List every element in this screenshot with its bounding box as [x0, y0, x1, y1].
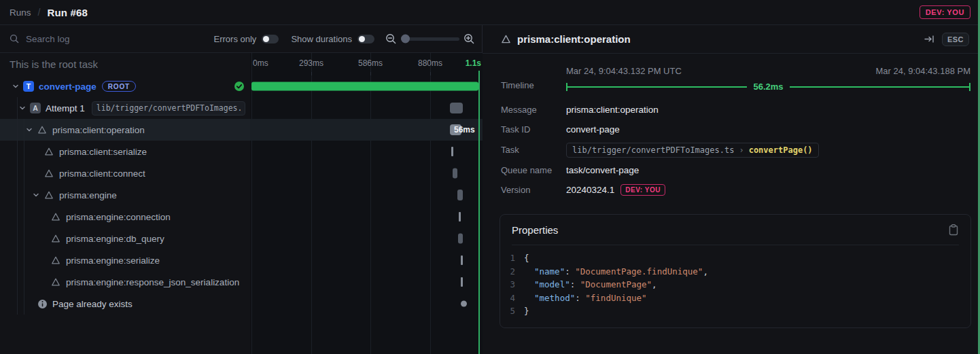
errors-only-label: Errors only	[214, 34, 257, 44]
timeline-dot-page-already-exists[interactable]	[461, 301, 467, 307]
timeline-bar-prisma-client-serialize[interactable]	[451, 147, 453, 156]
tree-row-prisma-engine-response-json-serialization[interactable]: prisma:engine:response_json_serializatio…	[0, 271, 250, 293]
search-icon	[10, 34, 19, 43]
timeline-lane-prisma-engine-connection	[250, 206, 483, 228]
field-value-queue-name: task/convert-page	[566, 160, 970, 180]
timeline-lane-prisma-client-serialize	[250, 141, 483, 162]
tick-label: 293ms	[299, 58, 323, 68]
tree-row-prisma-engine-db-query[interactable]: prisma:engine:db_query	[0, 228, 250, 249]
zoom-in-icon[interactable]	[463, 33, 475, 45]
span-duration-line: 56.2ms	[566, 82, 970, 91]
properties-title: Properties	[512, 224, 558, 236]
chevron-down-icon[interactable]	[11, 82, 20, 91]
timeline-lane-convert-page	[250, 75, 483, 97]
tree-row-prisma-engine-serialize[interactable]: prisma:engine:serialize	[0, 249, 250, 271]
log-toolbar: Errors only Show durations	[0, 25, 482, 53]
span-inspector-panel: prisma:client:operation ESC Timeline Mar…	[483, 25, 980, 354]
timeline-bar-prisma-engine-response-json-serialization[interactable]	[461, 277, 463, 287]
timeline-bar-attempt-1[interactable]	[450, 103, 463, 113]
tree-row-prisma-engine[interactable]: prisma:engine	[0, 184, 250, 206]
timeline-lane-page-already-exists	[250, 293, 483, 315]
timeline-bar-prisma-engine[interactable]	[457, 190, 463, 200]
span-label: prisma:engine:response_json_serializatio…	[66, 277, 239, 287]
field-value-task-id: convert-page	[566, 120, 970, 139]
breadcrumb-separator: /	[38, 7, 41, 18]
attempt-code-chip: lib/trigger/convertPDFToImages.	[92, 101, 245, 116]
version-env-badge: DEV: YOU	[620, 184, 665, 196]
show-durations-toggle[interactable]	[357, 35, 374, 43]
timeline-lane-prisma-engine-serialize	[250, 249, 483, 271]
span-timeline-widget: Mar 24, 9:04:43.132 PM UTC Mar 24, 9:04:…	[566, 66, 970, 91]
tree-row-prisma-client-serialize[interactable]: prisma:client:serialize	[0, 141, 250, 162]
span-label: prisma:engine:db_query	[66, 234, 164, 244]
root-task-caption: This is the root task	[10, 58, 98, 70]
breadcrumb-runs[interactable]: Runs	[10, 7, 31, 18]
tree-row-attempt-1[interactable]: A Attempt 1 lib/trigger/convertPDFToImag…	[0, 97, 250, 119]
show-durations-toggle-group: Show durations	[291, 34, 374, 44]
attempt-icon: A	[30, 103, 41, 113]
tree-row-prisma-engine-connection[interactable]: prisma:engine:connection	[0, 206, 250, 228]
tree-row-prisma-client-connect[interactable]: prisma:client:connect	[0, 162, 250, 184]
code-line: 2 "name": "DocumentPage.findUnique",	[509, 265, 959, 279]
tree-indent-guide	[24, 119, 24, 315]
inspector-header: prisma:client:operation ESC	[483, 25, 980, 54]
span-start-time: Mar 24, 9:04:43.132 PM UTC	[566, 66, 682, 76]
errors-only-toggle[interactable]	[262, 35, 279, 43]
tree-indent-guide	[17, 97, 18, 315]
task-function-name: convertPage()	[749, 145, 813, 155]
code-line: 1 {	[509, 251, 959, 265]
zoom-slider[interactable]	[401, 37, 459, 41]
span-triangle-icon	[43, 146, 54, 157]
tree-row-convert-page[interactable]: T convert-page ROOT	[0, 75, 250, 97]
timeline-zoom-controls	[385, 33, 475, 45]
span-triangle-icon	[50, 211, 61, 222]
search-input[interactable]	[24, 33, 160, 45]
chevron-down-icon[interactable]	[18, 103, 27, 113]
zoom-slider-knob[interactable]	[401, 35, 410, 43]
span-triangle-icon	[50, 255, 61, 266]
esc-button[interactable]: ESC	[942, 33, 969, 46]
timeline-bar-prisma-engine-db-query[interactable]	[458, 234, 463, 244]
field-value-message: prisma:client:operation	[566, 100, 970, 120]
span-label: prisma:engine:connection	[66, 212, 171, 222]
span-label: Page already exists	[52, 299, 133, 309]
tree-row-page-already-exists[interactable]: Page already exists	[0, 293, 250, 315]
environment-badge: DEV: YOU	[920, 5, 970, 19]
span-label: prisma:engine	[59, 190, 117, 200]
timeline-lane-prisma-engine-response-json-serialization	[250, 271, 483, 293]
field-label-message: Message	[501, 100, 566, 120]
search-box	[10, 33, 202, 45]
chevron-down-icon[interactable]	[31, 190, 41, 200]
timeline-lane-attempt-1	[250, 97, 483, 119]
collapse-panel-icon[interactable]	[924, 34, 935, 44]
span-triangle-icon	[501, 34, 511, 44]
success-check-icon	[234, 81, 245, 92]
timeline-bar-convert-page[interactable]	[251, 82, 478, 91]
span-end-time: Mar 24, 9:04:43.188 PM	[876, 66, 970, 76]
timeline-lane-prisma-client-operation: 56ms	[250, 119, 483, 141]
span-triangle-icon	[50, 233, 61, 244]
timeline-bar-prisma-client-connect[interactable]	[453, 169, 457, 179]
field-label-queue-name: Queue name	[501, 160, 566, 180]
timeline-column: 0ms 293ms 586ms 880ms 1.1s 56ms	[250, 53, 483, 354]
timeline-bar-prisma-engine-serialize[interactable]	[461, 255, 463, 265]
code-line: 3 "model": "DocumentPage",	[509, 278, 959, 291]
span-label: prisma:client:operation	[52, 125, 145, 135]
span-label: prisma:client:serialize	[59, 147, 147, 157]
span-label: Attempt 1	[46, 103, 85, 113]
tick-label: 0ms	[253, 58, 268, 68]
run-tree-panel: Errors only Show durations This is the r…	[0, 25, 483, 354]
tree-row-prisma-client-operation[interactable]: prisma:client:operation	[0, 119, 250, 141]
copy-clipboard-icon[interactable]	[948, 224, 959, 236]
task-icon: T	[23, 81, 34, 92]
span-label: prisma:client:connect	[59, 169, 145, 179]
timeline-bar-prisma-engine-connection[interactable]	[459, 212, 461, 222]
chevron-down-icon[interactable]	[24, 125, 34, 135]
field-label-timeline: Timeline	[501, 80, 566, 91]
tick-label-end: 1.1s	[466, 58, 481, 68]
info-icon	[37, 298, 48, 309]
zoom-out-icon[interactable]	[385, 33, 397, 45]
field-label-task-id: Task ID	[501, 120, 566, 139]
span-label: prisma:engine:serialize	[66, 255, 160, 266]
tick-label: 586ms	[358, 58, 383, 68]
